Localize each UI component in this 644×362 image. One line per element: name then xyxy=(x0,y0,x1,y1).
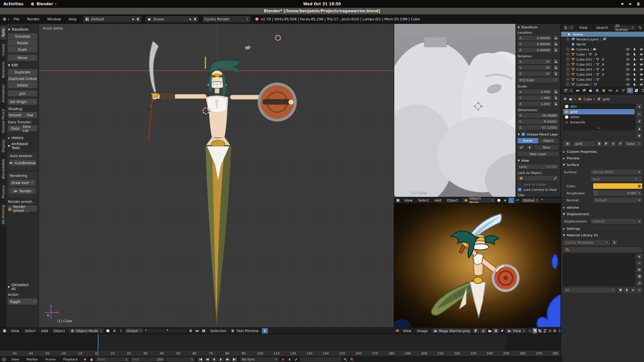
matlib-list-add-button[interactable]: + xyxy=(636,254,642,259)
channel-rgba-icon[interactable] xyxy=(533,328,537,334)
arrow-toggle-icon[interactable] xyxy=(633,57,637,61)
duplicate-linked-button[interactable]: Duplicate Linked xyxy=(8,75,37,82)
image-datablock-selector[interactable]: Naga Warrior.png xyxy=(431,328,472,334)
camtoggle-toggle-icon[interactable] xyxy=(639,77,643,81)
viewport-menu-view[interactable]: View xyxy=(8,329,22,333)
keying-icon[interactable] xyxy=(262,328,268,334)
matlib-wrench-button[interactable] xyxy=(636,280,642,286)
jump-end-icon[interactable] xyxy=(231,357,238,362)
lock-to-cursor-checkbox[interactable] xyxy=(518,182,522,186)
matlib-search-field[interactable] xyxy=(563,247,642,253)
outliner-display-mode[interactable]: ⇕ xyxy=(562,25,574,30)
clock[interactable]: Wed Oct 31 18:50 xyxy=(303,2,341,6)
outliner-item-cube[interactable]: +Cube| xyxy=(561,52,644,57)
app-menu[interactable]: Blender ▾ xyxy=(27,2,60,6)
toolshelf-tab-tools[interactable]: Tools xyxy=(1,26,6,40)
slot-remove-button[interactable]: − xyxy=(636,111,642,117)
slot-move-down-button[interactable]: ▼ xyxy=(636,133,642,139)
camtoggle-toggle-icon[interactable] xyxy=(639,57,643,61)
pin-icon[interactable] xyxy=(500,328,504,334)
timeline-menu-frame[interactable]: Frame xyxy=(42,357,60,361)
image-editor[interactable] xyxy=(394,203,561,328)
frame-start-field[interactable]: Start:1 xyxy=(95,357,130,362)
delete-button[interactable]: Delete xyxy=(8,82,37,88)
layers-grid-icon[interactable] xyxy=(541,198,562,202)
arrow-toggle-icon[interactable] xyxy=(633,67,637,71)
slot-move-up-button[interactable]: ▲ xyxy=(636,125,642,132)
next-keyframe-icon[interactable] xyxy=(224,357,231,362)
keying-set-field[interactable] xyxy=(300,357,342,362)
screen-layout-selector[interactable]: Default + X xyxy=(83,16,142,23)
window-titlebar[interactable]: Blender* [/home/benjamin/Projects/nagawa… xyxy=(0,8,644,15)
expand-icon[interactable]: − xyxy=(562,32,566,36)
lock-icon[interactable] xyxy=(553,47,559,53)
grease-pencil-icon[interactable] xyxy=(517,145,525,150)
menu-file[interactable]: File xyxy=(10,17,23,21)
material-unlink-button[interactable]: ✕ xyxy=(617,141,623,147)
duplicate-button[interactable]: Duplicate xyxy=(8,69,37,75)
transform-field-dimensions-x[interactable]: X:28.46989 xyxy=(517,113,559,118)
outliner-item-cube.001[interactable]: +Cube.001| xyxy=(561,57,644,62)
arrow-toggle-icon[interactable] xyxy=(633,82,637,86)
properties-tab-constraints[interactable] xyxy=(607,88,613,93)
camtoggle-toggle-icon[interactable] xyxy=(639,72,643,76)
panel-custom-properties[interactable]: ► Custom Properties:::: xyxy=(563,148,642,155)
rotate-button[interactable]: Rotate xyxy=(8,40,37,46)
toolshelf-tab-animation[interactable]: Animation xyxy=(1,82,6,105)
transform-field-rotation-z[interactable]: Z:0° xyxy=(517,71,552,76)
outliner-item-world[interactable]: +World xyxy=(561,42,644,47)
timeline-menu-view[interactable]: View xyxy=(8,357,23,361)
outliner-item-cube.005[interactable]: +Cube.005| xyxy=(561,77,644,82)
material-fake-user-button[interactable]: F xyxy=(603,141,609,147)
expand-icon[interactable]: + xyxy=(566,78,570,81)
render-preset-button[interactable]: Render preset ... xyxy=(8,205,37,212)
color-swatch[interactable] xyxy=(593,183,642,189)
expand-icon[interactable]: + xyxy=(566,73,570,76)
toolshelf-tab-blend4web[interactable]: Blend4Web xyxy=(1,156,6,181)
play-icon[interactable] xyxy=(218,357,224,362)
properties-tab-world[interactable] xyxy=(594,88,600,93)
outliner-item-renderlayers[interactable]: +RenderLayers| xyxy=(561,37,644,42)
snap-magnet-icon[interactable] xyxy=(188,328,194,334)
toolshelf-tab-grease-pencil[interactable]: Grease Pencil xyxy=(1,107,6,135)
properties-tab-material[interactable] xyxy=(627,88,633,93)
sword-blade[interactable] xyxy=(149,41,159,93)
scene-close-button[interactable]: X xyxy=(194,17,196,21)
material-link-dropdown[interactable]: Data⇕ xyxy=(624,141,642,147)
outliner-view-menu[interactable]: View xyxy=(575,26,591,30)
panel-header-grease-pencil[interactable]: ▼ ✓ Grease Pencil Laye xyxy=(518,132,558,136)
material-users-button[interactable]: 5 xyxy=(596,141,602,147)
lock-icon[interactable] xyxy=(553,59,559,64)
eye-toggle-icon[interactable] xyxy=(626,77,630,81)
translate-button[interactable]: Translate xyxy=(8,33,37,40)
editor-info-icon[interactable]: i xyxy=(2,16,8,22)
panel-preview[interactable]: ► Preview:::: xyxy=(563,155,642,161)
sculpt-menu-object[interactable]: Object xyxy=(444,198,461,202)
material-slot-brownish[interactable]: brownish xyxy=(563,120,635,125)
key-remove-icon[interactable] xyxy=(349,357,355,362)
properties-tab-data[interactable] xyxy=(620,88,626,93)
expand-icon[interactable]: + xyxy=(566,63,570,66)
lens-field[interactable]: Lens:35.000 xyxy=(517,164,559,169)
transform-field-scale-y[interactable]: Y:1.000 xyxy=(517,95,552,101)
shield-sphere-icon[interactable] xyxy=(230,328,236,334)
transform-field-location-y[interactable]: Y:0.00000 xyxy=(517,41,552,47)
sculpt-menu-add[interactable]: Add xyxy=(432,198,444,202)
open-folder-icon[interactable] xyxy=(488,328,492,334)
eye-toggle-icon[interactable] xyxy=(626,67,630,71)
scene-add-button[interactable]: + xyxy=(189,17,192,21)
jump-start-icon[interactable] xyxy=(197,357,204,362)
dot-red-icon[interactable] xyxy=(548,328,552,334)
camtoggle-toggle-icon[interactable] xyxy=(639,62,643,66)
editor-3dview-icon[interactable] xyxy=(2,328,8,334)
pin-icon[interactable] xyxy=(563,97,567,101)
image-menu-view[interactable]: View xyxy=(400,329,414,333)
render-engine-selector[interactable]: Cycles Render ⇕ xyxy=(202,16,251,23)
outliner-item-cube.004[interactable]: +Cube.004| xyxy=(561,72,644,77)
eye-toggle-icon[interactable] xyxy=(626,57,630,61)
panel-header-edit[interactable]: ▼ Edit :::: xyxy=(8,63,37,67)
distribution-dropdown[interactable]: GGX⇕ xyxy=(590,176,642,182)
shading-flat-button[interactable]: Flat xyxy=(23,112,37,118)
outliner-item-scene[interactable]: −Scene xyxy=(561,32,644,37)
arrow-toggle-icon[interactable] xyxy=(633,72,637,76)
